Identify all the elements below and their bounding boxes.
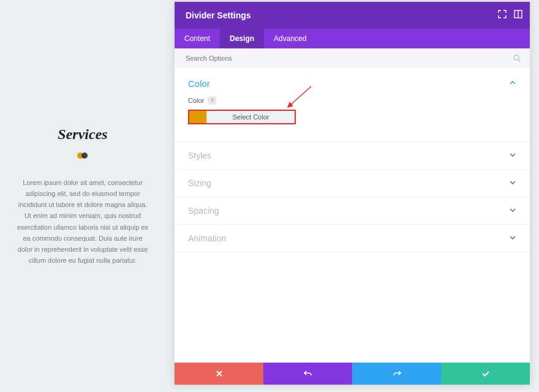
save-button[interactable]	[441, 363, 530, 385]
settings-panel: Divider Settings Content Design Advanced…	[175, 2, 530, 385]
section-styles: Styles	[175, 142, 530, 170]
cancel-button[interactable]	[175, 363, 263, 385]
lorem-text: Lorem ipsum dolor sit amet, consectetur …	[17, 177, 148, 266]
redo-button[interactable]	[352, 363, 441, 385]
svg-point-1	[81, 153, 88, 159]
section-sizing-header[interactable]: Sizing	[175, 170, 530, 197]
search-bar	[175, 48, 530, 68]
panel-footer	[175, 363, 530, 385]
tab-design[interactable]: Design	[220, 29, 264, 48]
color-field-label: Color ?	[188, 96, 516, 105]
section-sizing: Sizing	[175, 170, 530, 197]
section-spacing-title: Spacing	[188, 206, 219, 216]
tab-content[interactable]: Content	[175, 29, 220, 48]
section-spacing: Spacing	[175, 197, 530, 225]
chevron-down-icon	[509, 233, 516, 243]
svg-line-5	[518, 59, 521, 62]
section-color-title: Color	[188, 78, 210, 89]
section-animation-header[interactable]: Animation	[175, 225, 530, 252]
search-input[interactable]	[186, 55, 519, 62]
page-title: Services	[58, 126, 107, 143]
panel-title: Divider Settings	[186, 10, 251, 20]
color-swatch[interactable]	[189, 111, 206, 123]
color-label-text: Color	[188, 97, 204, 104]
search-icon	[513, 54, 521, 65]
section-color: Color Color ? Select Color	[175, 68, 530, 142]
section-styles-title: Styles	[188, 151, 211, 160]
section-styles-header[interactable]: Styles	[175, 142, 530, 169]
expand-icon[interactable]	[498, 10, 507, 21]
section-color-header[interactable]: Color	[175, 68, 530, 92]
tab-bar: Content Design Advanced	[175, 29, 530, 48]
color-picker[interactable]: Select Color	[188, 110, 296, 124]
chevron-down-icon	[509, 151, 516, 160]
panel-header: Divider Settings	[175, 2, 530, 29]
section-spacing-header[interactable]: Spacing	[175, 197, 530, 224]
svg-point-4	[514, 55, 519, 60]
section-sizing-title: Sizing	[188, 178, 211, 188]
columns-icon[interactable]	[514, 10, 522, 21]
help-icon[interactable]: ?	[208, 96, 216, 105]
divider-ornament-icon	[76, 151, 89, 162]
select-color-button[interactable]: Select Color	[206, 111, 295, 123]
chevron-down-icon	[509, 206, 516, 216]
tab-advanced[interactable]: Advanced	[264, 29, 316, 48]
section-animation-title: Animation	[188, 233, 226, 243]
chevron-up-icon	[509, 78, 516, 89]
undo-button[interactable]	[263, 363, 352, 385]
chevron-down-icon	[509, 178, 516, 188]
section-animation: Animation	[175, 225, 530, 252]
